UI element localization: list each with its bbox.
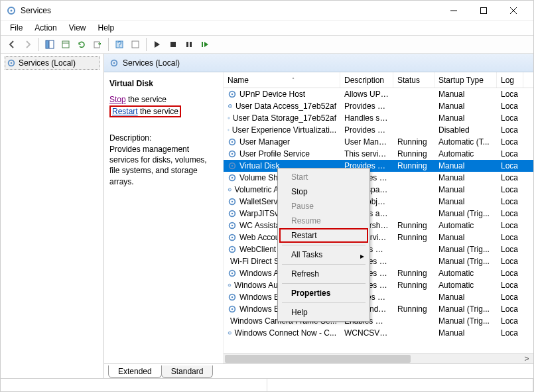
cell-startup: Automatic [434, 149, 497, 159]
restart-highlight: Restart the service [109, 105, 181, 117]
svg-point-63 [230, 332, 230, 333]
column-description[interactable]: Description [340, 72, 393, 88]
svg-rect-10 [94, 42, 100, 48]
maximize-button[interactable] [468, 1, 498, 20]
column-logon[interactable]: Log [497, 72, 523, 88]
service-row[interactable]: Virtual DiskProvides m...RunningManualLo… [224, 160, 533, 172]
cell-logon: Loca [497, 125, 523, 135]
back-button[interactable] [5, 37, 19, 52]
cell-startup: Manual [434, 233, 497, 242]
menu-action[interactable]: Action [29, 22, 62, 34]
svg-point-39 [230, 189, 230, 190]
cell-desc: WCNCSVC ... [340, 328, 393, 338]
service-row[interactable]: User Data Access_17eb52afProvides ap...M… [224, 100, 533, 112]
cell-name: User Manager [224, 137, 340, 147]
menu-view[interactable]: View [64, 22, 92, 34]
service-row[interactable]: WC AssistantWondershare ...RunningAutoma… [224, 220, 533, 231]
column-name[interactable]: Name˄ [224, 72, 340, 88]
stop-service-link[interactable]: Stop [109, 95, 126, 104]
service-icon [228, 149, 237, 159]
cell-logon: Loca [497, 221, 523, 230]
ctx-properties[interactable]: Properties [279, 286, 368, 300]
cell-startup: Automatic [434, 221, 497, 230]
service-row[interactable]: Volume Shadow CopyManages an...ManualLoc… [224, 172, 533, 184]
tree-root-node[interactable]: Services (Local) [5, 56, 100, 70]
service-row[interactable]: UPnP Device HostAllows UPn...ManualLoca [224, 88, 533, 100]
cell-logon: Loca [497, 90, 523, 99]
tab-standard[interactable]: Standard [161, 365, 214, 378]
cell-startup: Manual [434, 90, 497, 99]
service-row[interactable]: Windows Audio Endpoint B...Manages au...… [224, 279, 533, 291]
service-row[interactable]: User Experience Virtualizati...Provides … [224, 124, 533, 136]
minimize-button[interactable] [438, 1, 468, 20]
service-icon [228, 161, 237, 170]
sort-arrow-icon: ˄ [292, 77, 295, 83]
start-service-button[interactable] [150, 37, 165, 52]
svg-point-49 [232, 249, 234, 251]
service-icon [228, 101, 233, 111]
pause-service-button[interactable] [182, 37, 196, 52]
cell-logon: Loca [497, 149, 523, 159]
service-row[interactable]: Windows AudioManages au...RunningAutomat… [224, 267, 533, 279]
close-button[interactable] [498, 1, 528, 20]
ctx-all-tasks[interactable]: All Tasks▸ [279, 247, 368, 262]
column-status[interactable]: Status [393, 72, 434, 88]
svg-point-43 [232, 213, 234, 215]
properties-button[interactable] [58, 37, 73, 52]
toolbar: ? [1, 35, 533, 54]
stop-service-button[interactable] [166, 37, 180, 52]
svg-point-53 [232, 273, 234, 275]
window-title: Services [21, 6, 438, 15]
menu-file[interactable]: File [5, 22, 28, 34]
tab-extended[interactable]: Extended [108, 365, 162, 378]
service-icon [228, 233, 237, 242]
ctx-refresh[interactable]: Refresh [279, 267, 368, 281]
service-row[interactable]: Volumetric Audio Composit...Hosts spatia… [224, 184, 533, 196]
service-row[interactable]: User Data Storage_17eb52afHandles sto...… [224, 112, 533, 124]
cell-startup: Manual (Trig... [434, 304, 497, 314]
service-row[interactable]: Wi-Fi Direct Services Conne...Manages co… [224, 255, 533, 267]
horizontal-scrollbar[interactable]: > [224, 353, 533, 363]
restart-service-link[interactable]: Restart [112, 107, 138, 116]
ctx-stop[interactable]: Stop [279, 184, 368, 199]
show-hide-tree-button[interactable] [42, 37, 57, 52]
service-row[interactable]: Windows BackupProvides Wi...ManualLoca [224, 291, 533, 303]
service-row[interactable]: User Profile ServiceThis service ...Runn… [224, 148, 533, 160]
svg-point-1 [11, 9, 13, 11]
forward-button[interactable] [21, 37, 35, 52]
column-startup[interactable]: Startup Type [434, 72, 497, 88]
svg-point-47 [232, 237, 234, 239]
refresh-button[interactable] [74, 37, 89, 52]
help-button[interactable]: ? [112, 37, 127, 52]
export-button[interactable] [90, 37, 105, 52]
ctx-resume: Resume [279, 214, 368, 228]
pane-title: Services (Local) [123, 58, 180, 68]
cell-startup: Automatic [434, 269, 497, 278]
restart-service-button[interactable] [198, 37, 212, 52]
service-row[interactable]: Windows Biometric ServiceThe Windo...Run… [224, 303, 533, 315]
service-row[interactable]: WalletServiceHosts objec...ManualLoca [224, 196, 533, 208]
service-row[interactable]: Windows Connect Now - C...WCNCSVC ...Man… [224, 327, 533, 339]
service-row[interactable]: WebClientEnables Win...Manual (Trig...Lo… [224, 243, 533, 255]
svg-text:?: ? [117, 40, 122, 49]
ctx-separator [282, 245, 366, 245]
service-row[interactable]: User ManagerUser Manag...RunningAutomati… [224, 136, 533, 148]
list-body[interactable]: UPnP Device HostAllows UPn...ManualLocaU… [224, 88, 533, 353]
scroll-right-icon[interactable]: > [521, 354, 532, 363]
cell-name: User Data Storage_17eb52af [224, 113, 340, 123]
service-icon [228, 90, 237, 99]
ctx-restart[interactable]: Restart [279, 228, 368, 243]
service-row[interactable]: WarpJITSvcEnables a JI...Manual (Trig...… [224, 208, 533, 220]
svg-point-55 [229, 285, 230, 285]
service-row[interactable]: Web Account ManagerThis service ...Runni… [224, 231, 533, 243]
ctx-help[interactable]: Help [279, 305, 368, 320]
service-row[interactable]: Windows Camera Frame Se...Enables mul...… [224, 315, 533, 327]
action-button[interactable] [128, 37, 143, 52]
toolbar-separator [38, 38, 39, 51]
cell-startup: Manual (Trig... [434, 257, 497, 266]
detail-pane: Virtual Disk Stop the service Restart th… [104, 72, 224, 363]
pane-header: Services (Local) [104, 54, 533, 72]
svg-point-29 [228, 130, 229, 131]
scrollbar-thumb[interactable] [225, 355, 411, 363]
menu-help[interactable]: Help [93, 22, 120, 34]
